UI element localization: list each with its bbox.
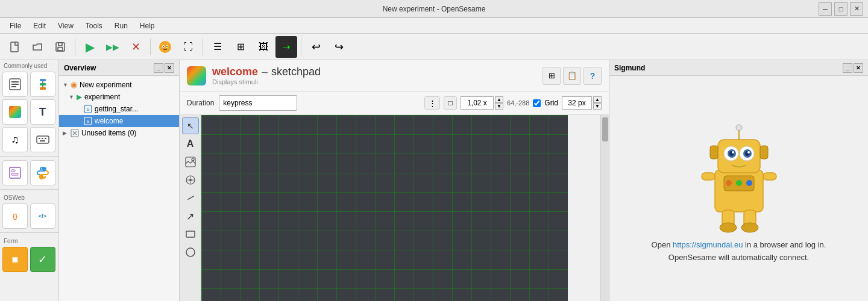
tree-icon-welcome: S [84, 117, 92, 125]
item-table-btn[interactable]: ⊞ [230, 36, 251, 58]
svg-rect-62 [702, 173, 715, 180]
maximize-btn[interactable]: □ [834, 2, 848, 16]
zoom-up-btn[interactable]: ▲ [495, 96, 503, 103]
tree-item-welcome[interactable]: S welcome [59, 115, 179, 127]
text-display-btn[interactable]: T [30, 99, 55, 125]
redo-btn[interactable]: ↪ [328, 36, 350, 58]
menu-tools[interactable]: Tools [81, 20, 107, 31]
menu-run[interactable]: Run [110, 20, 133, 31]
zoom-spinner: ▲ ▼ [495, 96, 503, 110]
form-orange-btn[interactable]: ■ [2, 247, 28, 272]
script-editor-btn[interactable]: ➝ [275, 36, 297, 58]
overview-close-btn[interactable]: ✕ [165, 63, 174, 73]
canvas-scrollbar-v[interactable] [600, 115, 609, 301]
image-tool-btn[interactable] [182, 154, 199, 170]
menu-view[interactable]: View [53, 20, 78, 31]
overview-minimize-btn[interactable]: _ [154, 63, 163, 73]
tree-item-experiment[interactable]: ▼ ▶ experiment [59, 91, 179, 103]
rect-tool-btn[interactable] [182, 226, 199, 243]
tree-icon-unused [71, 129, 79, 137]
circle-tool-btn[interactable] [182, 244, 199, 261]
sequence-btn[interactable] [30, 72, 55, 97]
main-layout: Commonly used T ♫ [0, 60, 868, 301]
grid-down-btn[interactable]: ▼ [593, 103, 602, 110]
undo-btn[interactable]: ↩ [305, 36, 327, 58]
tree-item-new-experiment[interactable]: ▼ ◉ New experiment [59, 78, 179, 91]
left-sidebar: Commonly used T ♫ [0, 60, 59, 301]
item-list-btn[interactable]: ☰ [207, 36, 228, 58]
zoom-input[interactable] [461, 96, 494, 110]
fixdot-tool-btn[interactable] [182, 172, 199, 188]
inline-html-btn[interactable]: </> [30, 203, 55, 229]
cursor-tool-btn[interactable]: ↖ [182, 117, 199, 134]
line-tool-btn[interactable]: / [180, 186, 202, 210]
tree-label-welcome: welcome [95, 117, 123, 125]
menu-edit[interactable]: Edit [28, 20, 51, 31]
toolbar-sep-4 [301, 39, 301, 55]
svg-rect-20 [39, 138, 40, 139]
grid-dots-btn[interactable]: ⋮ [424, 96, 440, 110]
color-picker-btn[interactable] [2, 99, 28, 125]
sigmund-close-btn[interactable]: ✕ [854, 63, 863, 73]
opensesame-icon-btn[interactable] [154, 36, 176, 58]
overview-header: Overview _ ✕ [59, 60, 179, 76]
text-tool-btn[interactable]: A [182, 135, 199, 152]
canvas-area: ↖ A / ↗ [180, 115, 609, 301]
menu-file[interactable]: File [5, 20, 26, 31]
svg-rect-63 [763, 173, 776, 180]
svg-rect-24 [10, 167, 20, 178]
script-mode-btn[interactable]: 📋 [563, 67, 581, 85]
grid-checkbox[interactable] [533, 99, 541, 107]
form-check-btn[interactable]: ✓ [30, 247, 55, 272]
editor-header: welcome – sketchpad Displays stimuli ⊞ 📋… [180, 60, 609, 92]
robot-illustration [685, 113, 793, 233]
sigmund-link[interactable]: https://sigmundai.eu [673, 240, 743, 249]
tree-arrow-unused: ▶ [63, 130, 68, 136]
sigmund-minimize-btn[interactable]: _ [843, 63, 852, 73]
close-btn[interactable]: ✕ [850, 2, 863, 16]
grid-size-input[interactable] [562, 96, 592, 110]
duration-input[interactable] [219, 95, 297, 111]
zoom-down-btn[interactable]: ▼ [495, 103, 503, 110]
tree-arrow-new-experiment: ▼ [63, 82, 68, 88]
svg-rect-13 [40, 79, 46, 81]
grid-up-btn[interactable]: ▲ [593, 96, 602, 103]
loop-btn[interactable] [2, 72, 28, 97]
zoom-control: ▲ ▼ [461, 96, 503, 110]
help-btn[interactable]: ? [583, 67, 602, 85]
run-full-btn[interactable]: ▶ [79, 36, 101, 58]
grid-spinner: ▲ ▼ [593, 96, 602, 110]
editor-description: Displays stimuli [212, 78, 321, 85]
minimize-btn[interactable]: ─ [819, 2, 832, 16]
editor-title-block: welcome – sketchpad Displays stimuli [212, 66, 321, 85]
sidebar-icons-row6: ■ ✓ [0, 246, 58, 273]
fullscreen-btn[interactable]: ⛶ [177, 36, 199, 58]
sigmund-text-before: Open [652, 240, 673, 249]
run-quick-btn[interactable]: ▶▶ [102, 36, 124, 58]
synth-btn[interactable]: ♫ [2, 127, 28, 152]
new-file-btn[interactable] [4, 36, 25, 58]
canvas-viewport[interactable] [201, 115, 600, 301]
view-mode-btn[interactable]: ⊞ [542, 67, 561, 85]
form-base-btn[interactable] [2, 160, 28, 185]
inline-js-btn[interactable]: {} [2, 203, 28, 229]
arrow-tool-btn[interactable]: ↗ [182, 208, 199, 225]
resize-btn[interactable]: □ [444, 96, 457, 110]
open-file-btn[interactable] [27, 36, 48, 58]
tree-item-getting-started[interactable]: S getting_star... [59, 103, 179, 115]
file-pool-btn[interactable]: 🖼 [253, 36, 274, 58]
tree-icon-experiment: ▶ [77, 93, 82, 101]
tree-item-unused-items[interactable]: ▶ Unused items (0) [59, 127, 179, 139]
python-btn[interactable] [30, 160, 55, 185]
canvas-tools: ↖ A / ↗ [180, 115, 201, 301]
svg-point-7 [163, 46, 164, 47]
keyboard-response-btn[interactable] [30, 127, 55, 152]
window-controls: ─ □ ✕ [819, 2, 863, 16]
stop-btn[interactable]: ✕ [125, 36, 146, 58]
editor-dash: – [262, 66, 268, 78]
scrollbar-thumb-v[interactable] [602, 117, 608, 141]
svg-rect-19 [37, 136, 49, 143]
menu-help[interactable]: Help [135, 20, 160, 31]
sidebar-icons-row3: ♫ [0, 126, 58, 154]
save-file-btn[interactable] [49, 36, 71, 58]
